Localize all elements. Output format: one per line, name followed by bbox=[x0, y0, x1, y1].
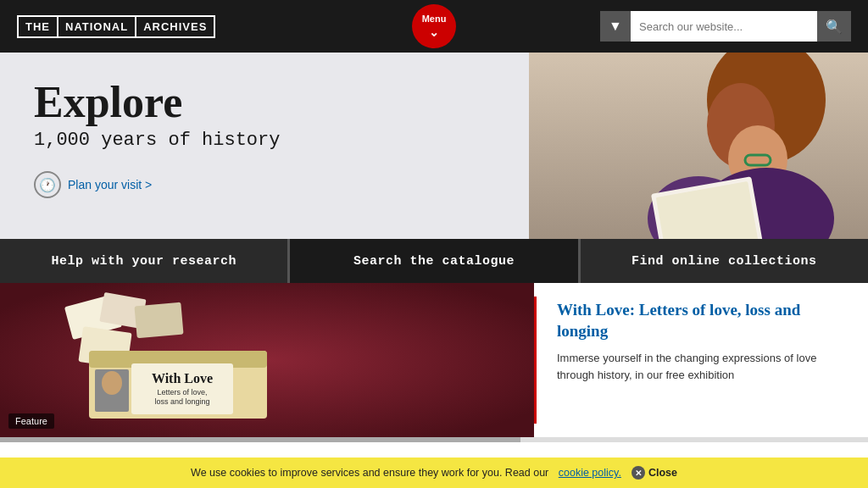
feature-text: With Love: Letters of love, loss and lon… bbox=[537, 283, 868, 437]
logo[interactable]: THE NATIONAL ARCHIVES bbox=[17, 15, 215, 38]
hero-image bbox=[529, 53, 868, 239]
feature-badge: Feature bbox=[8, 413, 54, 429]
logo-part-archives: ARCHIVES bbox=[136, 17, 214, 36]
feature-image: With Love Letters of love, loss and long… bbox=[0, 283, 534, 437]
find-collections-button[interactable]: Find online collections bbox=[581, 239, 868, 283]
dropdown-arrow-icon: ▼ bbox=[609, 19, 622, 34]
cookie-close-button[interactable]: ✕ Close bbox=[632, 466, 677, 480]
action-bar: Help with your research Search the catal… bbox=[0, 239, 868, 283]
search-submit-button[interactable]: 🔍 bbox=[817, 11, 851, 42]
cookie-bar: We use cookies to improve services and e… bbox=[0, 458, 868, 488]
search-input[interactable] bbox=[631, 11, 817, 42]
svg-point-21 bbox=[102, 371, 122, 395]
feature-image-svg: With Love Letters of love, loss and long… bbox=[0, 283, 534, 437]
close-icon: ✕ bbox=[632, 466, 645, 480]
plan-visit-label: Plan your visit > bbox=[68, 178, 152, 191]
logo-part-the: THE bbox=[19, 17, 58, 36]
search-icon: 🔍 bbox=[826, 19, 843, 35]
scroll-strip bbox=[0, 437, 868, 442]
search-bar: ▼ 🔍 bbox=[600, 11, 851, 42]
cookie-message: We use cookies to improve services and e… bbox=[191, 467, 548, 479]
feature-section: With Love Letters of love, loss and long… bbox=[0, 283, 868, 437]
clock-icon: 🕐 bbox=[34, 171, 61, 198]
hero-subtitle: 1,000 years of history bbox=[34, 130, 280, 151]
hero-title: Explore bbox=[34, 78, 280, 126]
hero-section: Explore 1,000 years of history 🕐 Plan yo… bbox=[0, 53, 868, 239]
search-catalogue-button[interactable]: Search the catalogue bbox=[290, 239, 580, 283]
search-dropdown-button[interactable]: ▼ bbox=[600, 11, 631, 42]
help-research-button[interactable]: Help with your research bbox=[0, 239, 290, 283]
svg-text:Letters of love,: Letters of love, bbox=[157, 388, 207, 396]
cookie-close-label: Close bbox=[648, 467, 677, 479]
scroll-indicator bbox=[0, 437, 520, 442]
header: THE NATIONAL ARCHIVES Menu ⌄ ▼ 🔍 bbox=[0, 0, 868, 53]
menu-button[interactable]: Menu ⌄ bbox=[412, 4, 456, 48]
hero-image-svg bbox=[529, 53, 868, 239]
svg-rect-12 bbox=[134, 302, 183, 339]
hero-content: Explore 1,000 years of history 🕐 Plan yo… bbox=[0, 53, 314, 224]
logo-part-national: NATIONAL bbox=[58, 17, 136, 36]
menu-label: Menu bbox=[422, 14, 447, 24]
cookie-policy-link[interactable]: cookie policy. bbox=[559, 467, 621, 479]
svg-text:With Love: With Love bbox=[152, 371, 213, 385]
plan-visit-link[interactable]: 🕐 Plan your visit > bbox=[34, 171, 280, 198]
svg-text:loss and longing: loss and longing bbox=[154, 397, 209, 406]
chevron-down-icon: ⌄ bbox=[429, 25, 439, 39]
feature-description: Immerse yourself in the changing express… bbox=[557, 350, 848, 383]
feature-title: With Love: Letters of love, loss and lon… bbox=[557, 300, 848, 341]
